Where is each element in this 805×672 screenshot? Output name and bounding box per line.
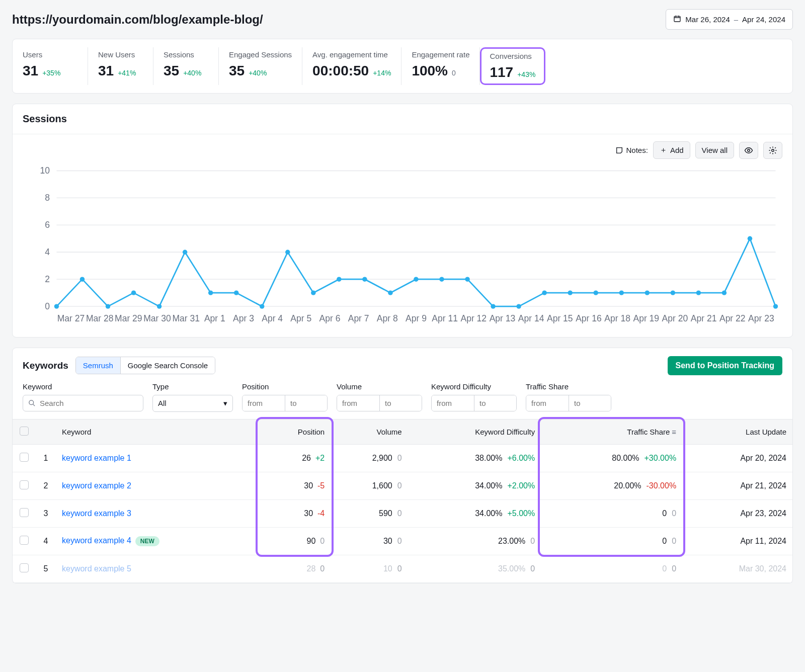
svg-point-25 xyxy=(311,290,315,295)
svg-point-28 xyxy=(388,290,392,295)
keyword-search-input[interactable] xyxy=(23,395,143,411)
svg-point-30 xyxy=(439,277,444,281)
ts-to-input[interactable] xyxy=(569,395,611,411)
svg-point-38 xyxy=(645,290,650,295)
cell-kd: 38.00%+6.00% xyxy=(408,444,541,472)
svg-point-2 xyxy=(772,149,774,151)
metric-card[interactable]: Avg. engagement time 00:00:50 +14% xyxy=(302,47,401,85)
svg-text:Apr 11: Apr 11 xyxy=(432,313,458,323)
metric-label: New Users xyxy=(98,50,143,59)
col-keyword[interactable]: Keyword xyxy=(56,419,259,444)
metric-card[interactable]: Conversions 117 +43% xyxy=(480,47,545,85)
row-checkbox[interactable] xyxy=(20,508,29,517)
metric-card[interactable]: Users 31 +35% xyxy=(23,47,88,85)
notes-add-button[interactable]: ＋ Add xyxy=(653,141,690,159)
position-to-input[interactable] xyxy=(285,395,327,411)
position-from-input[interactable] xyxy=(243,395,285,411)
plus-icon: ＋ xyxy=(660,145,667,155)
keywords-title: Keywords xyxy=(23,360,68,371)
chevron-down-icon: ▾ xyxy=(223,399,227,408)
metric-card[interactable]: Engaged Sessions 35 +40% xyxy=(219,47,302,85)
date-range-picker[interactable]: Mar 26, 2024 – Apr 24, 2024 xyxy=(666,9,793,30)
keyword-link[interactable]: keyword example 5 xyxy=(56,555,259,582)
svg-point-29 xyxy=(414,277,418,281)
tab-semrush[interactable]: Semrush xyxy=(76,357,120,374)
cell-traffic-share: 20.00%-30.00% xyxy=(541,472,682,499)
volume-from-input[interactable] xyxy=(337,395,379,411)
svg-text:0: 0 xyxy=(45,301,50,311)
row-checkbox[interactable] xyxy=(20,453,29,462)
svg-point-26 xyxy=(337,277,341,281)
svg-point-20 xyxy=(183,250,187,255)
metric-change: +43% xyxy=(517,70,535,78)
filter-type-label: Type xyxy=(152,382,233,391)
date-separator: – xyxy=(734,15,738,24)
col-position[interactable]: Position xyxy=(259,419,331,444)
filter-kd-label: Keyword Difficulty xyxy=(431,382,517,391)
svg-point-41 xyxy=(722,290,727,295)
row-checkbox[interactable] xyxy=(20,480,29,489)
kd-from-input[interactable] xyxy=(432,395,474,411)
keyword-link[interactable]: keyword example 2 xyxy=(56,472,259,499)
select-all-checkbox[interactable] xyxy=(20,427,29,436)
svg-text:Apr 18: Apr 18 xyxy=(604,313,630,323)
metric-card[interactable]: New Users 31 +41% xyxy=(88,47,153,85)
svg-text:Mar 31: Mar 31 xyxy=(172,313,200,323)
row-index: 2 xyxy=(36,472,56,499)
svg-text:Apr 5: Apr 5 xyxy=(290,313,311,323)
keyword-search-field[interactable] xyxy=(40,399,138,407)
cell-position: 90 0 xyxy=(259,527,331,555)
ts-from-input[interactable] xyxy=(526,395,569,411)
metric-label: Sessions xyxy=(164,50,208,59)
row-checkbox[interactable] xyxy=(20,563,29,572)
svg-point-36 xyxy=(594,290,598,295)
metric-change: +41% xyxy=(118,69,136,77)
cell-updated: Apr 23, 2024 xyxy=(682,499,792,527)
cell-kd: 23.00%0 xyxy=(408,527,541,555)
svg-point-33 xyxy=(516,304,521,308)
volume-to-input[interactable] xyxy=(379,395,422,411)
svg-text:Mar 29: Mar 29 xyxy=(115,313,142,323)
chart-settings-button[interactable] xyxy=(763,142,782,159)
metric-change: +35% xyxy=(42,69,60,77)
keyword-link[interactable]: keyword example 3 xyxy=(56,499,259,527)
svg-text:Apr 19: Apr 19 xyxy=(633,313,659,323)
type-select[interactable]: All ▾ xyxy=(152,395,233,412)
cell-volume: 300 xyxy=(331,527,408,555)
svg-text:Apr 23: Apr 23 xyxy=(748,313,774,323)
cell-kd: 35.00%0 xyxy=(408,555,541,582)
notes-view-all-button[interactable]: View all xyxy=(695,142,734,158)
svg-point-69 xyxy=(29,400,34,404)
svg-text:4: 4 xyxy=(45,247,50,257)
metric-value: 31 xyxy=(23,63,38,79)
svg-text:Apr 14: Apr 14 xyxy=(518,313,544,323)
metric-card[interactable]: Engagement rate 100% 0 xyxy=(401,47,480,85)
row-index: 3 xyxy=(36,499,56,527)
svg-text:10: 10 xyxy=(40,165,50,176)
keyword-link[interactable]: keyword example 4NEW xyxy=(56,527,259,555)
metric-card[interactable]: Sessions 35 +40% xyxy=(153,47,219,85)
svg-text:8: 8 xyxy=(45,193,50,203)
keyword-link[interactable]: keyword example 1 xyxy=(56,444,259,472)
metric-value: 35 xyxy=(229,63,245,79)
kd-to-input[interactable] xyxy=(474,395,516,411)
send-to-position-tracking-button[interactable]: Send to Position Tracking xyxy=(668,356,782,375)
svg-text:2: 2 xyxy=(45,274,50,284)
col-volume[interactable]: Volume xyxy=(331,419,408,444)
col-last-update[interactable]: Last Update xyxy=(682,419,792,444)
col-kd[interactable]: Keyword Difficulty xyxy=(408,419,541,444)
metric-label: Conversions xyxy=(490,52,536,60)
visibility-toggle-button[interactable] xyxy=(739,142,758,159)
cell-traffic-share: 00 xyxy=(541,555,682,582)
svg-point-37 xyxy=(619,290,624,295)
svg-point-15 xyxy=(54,304,59,308)
metric-value: 117 xyxy=(490,64,513,80)
metric-label: Users xyxy=(23,50,77,59)
tab-gsc[interactable]: Google Search Console xyxy=(120,357,215,374)
cell-position: 30 -4 xyxy=(259,499,331,527)
svg-point-23 xyxy=(260,304,264,308)
new-badge: NEW xyxy=(135,536,159,546)
row-checkbox[interactable] xyxy=(20,536,29,545)
svg-point-32 xyxy=(491,304,495,308)
col-traffic-share[interactable]: Traffic Share≡ xyxy=(541,419,682,444)
